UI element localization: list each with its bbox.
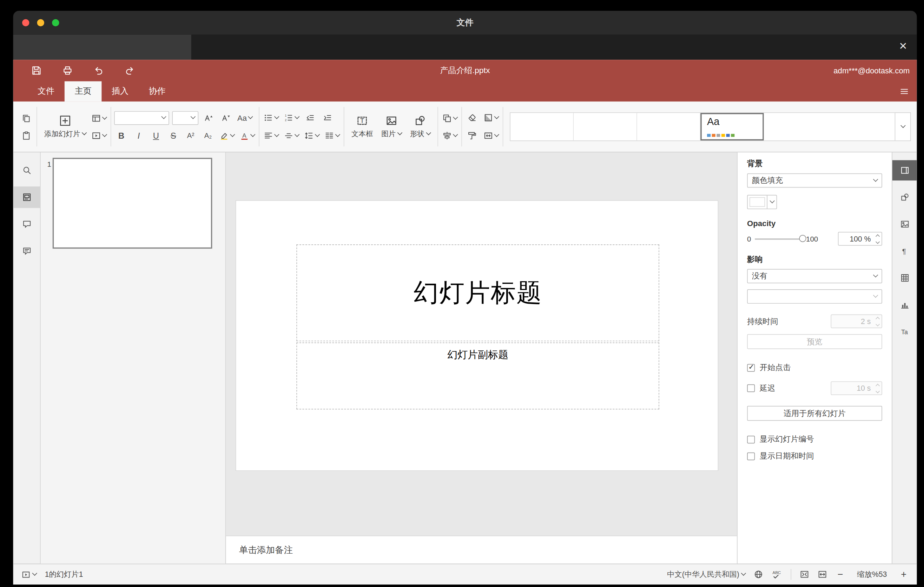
apply-to-all-slides-button[interactable]: 适用于所有幻灯片 [747,406,882,421]
font-size-select[interactable] [172,111,198,125]
opacity-slider-handle[interactable] [799,234,806,242]
save-button[interactable] [30,64,43,77]
change-case-button[interactable]: Aa [236,110,253,125]
slides-pane-tool[interactable] [13,186,40,208]
spin-down-icon[interactable] [876,322,880,326]
delay-spinner[interactable]: 10 s [831,381,882,395]
background-color-picker[interactable] [747,195,777,209]
decrease-font-button[interactable] [219,110,233,125]
tab-home[interactable]: 主页 [64,81,102,102]
duration-spinner[interactable]: 2 s [831,314,882,328]
line-spacing-button[interactable] [303,129,320,143]
start-on-click-checkbox[interactable] [747,364,755,371]
underline-button[interactable]: U [149,129,163,143]
horizontal-align-button[interactable] [262,129,279,143]
spellcheck-button[interactable]: ABC [772,569,782,580]
title-placeholder[interactable]: 幻灯片标题 [296,244,659,341]
delay-checkbox[interactable] [747,384,755,392]
italic-button[interactable]: I [132,129,146,143]
notes-area[interactable]: 单击添加备注 [226,535,737,564]
undo-button[interactable] [92,64,105,77]
theme-option-selected[interactable]: Aa [700,113,764,140]
show-slide-number-checkbox[interactable] [747,435,755,443]
menu-button[interactable] [898,85,911,98]
paste-button[interactable] [19,128,33,143]
shape-settings-tab[interactable] [893,187,917,208]
comments-tool[interactable] [13,213,40,235]
show-date-time-label: 显示日期和时间 [760,451,814,462]
arrange-shape-button[interactable] [441,111,458,125]
add-slide-button[interactable]: 添加幻灯片 [40,110,90,144]
image-settings-tab[interactable] [893,214,917,234]
insert-textbox-button[interactable]: T 文本框 [347,110,377,144]
font-color-button[interactable]: A [238,129,256,143]
chart-settings-tab[interactable] [893,295,917,315]
slide-size-button[interactable] [482,129,500,143]
tab-file[interactable]: 文件 [27,81,64,102]
decrease-indent-button[interactable] [303,110,317,125]
copy-button[interactable] [19,111,33,125]
slide: 幻灯片标题 幻灯片副标题 [236,200,719,471]
start-slideshow-status-button[interactable] [21,570,36,579]
start-slideshow-button[interactable] [90,128,107,143]
theme-gallery-expand-button[interactable] [895,113,910,140]
spin-up-icon[interactable] [876,234,880,238]
zoom-out-button[interactable]: − [835,569,845,580]
search-tool[interactable] [13,160,40,181]
subscript-button[interactable]: A₂ [201,129,215,143]
theme-option[interactable] [637,113,700,140]
theme-option[interactable] [510,113,574,140]
close-icon[interactable]: × [895,38,911,54]
opacity-slider[interactable] [755,238,802,239]
increase-font-button[interactable] [201,110,216,125]
insert-image-button[interactable]: 图片 [377,110,406,144]
table-settings-icon [900,273,909,283]
clear-style-button[interactable] [465,110,480,125]
strikethrough-button[interactable]: S [166,129,180,143]
slide-thumbnail[interactable] [53,158,213,249]
chat-tool[interactable] [13,240,40,262]
font-name-select[interactable] [114,111,169,125]
bold-button[interactable]: B [114,129,129,143]
textart-settings-tab[interactable]: Ta [893,322,917,342]
subtitle-placeholder[interactable]: 幻灯片副标题 [296,343,659,410]
tab-insert[interactable]: 插入 [101,81,139,102]
bullets-button[interactable] [262,110,279,125]
chevron-down-icon [453,114,458,119]
document-language-button[interactable] [754,569,763,579]
effect-select[interactable]: 没有 [747,269,882,283]
fill-color-button[interactable] [482,110,500,125]
slide-settings-tab[interactable] [893,160,917,180]
numbering-button[interactable]: 12 [282,110,300,125]
redo-button[interactable] [123,64,136,77]
spin-up-icon[interactable] [876,383,880,387]
background-fill-select[interactable]: 颜色填充 [747,173,882,188]
highlight-color-button[interactable] [218,129,235,143]
fit-width-button[interactable] [818,569,827,579]
effect-type-select[interactable] [747,289,882,304]
tab-collaboration[interactable]: 协作 [139,81,176,102]
insert-columns-button[interactable] [323,129,340,143]
preview-button[interactable]: 预览 [747,334,882,349]
spin-up-icon[interactable] [876,316,880,320]
increase-indent-button[interactable] [320,110,335,125]
change-layout-button[interactable] [90,111,107,125]
spin-down-icon[interactable] [876,239,880,244]
vertical-align-button[interactable] [282,129,300,143]
align-shape-button[interactable] [441,128,458,143]
opacity-spinner[interactable]: 100 % [838,232,882,246]
spin-down-icon[interactable] [876,389,880,393]
fit-slide-button[interactable] [800,569,809,579]
theme-option[interactable] [574,113,637,140]
superscript-button[interactable]: A² [183,129,198,143]
zoom-in-button[interactable]: + [899,569,909,580]
show-date-time-checkbox[interactable] [747,452,755,460]
insert-shape-button[interactable]: 形状 [406,110,435,144]
copy-style-button[interactable] [465,129,480,143]
color-picker-drop[interactable] [767,196,776,209]
paragraph-settings-tab[interactable]: ¶ [893,241,917,261]
theme-option[interactable] [764,113,895,140]
print-button[interactable] [61,64,74,77]
language-selector[interactable]: 中文(中华人民共和国) [667,569,745,580]
table-settings-tab[interactable] [893,268,917,288]
